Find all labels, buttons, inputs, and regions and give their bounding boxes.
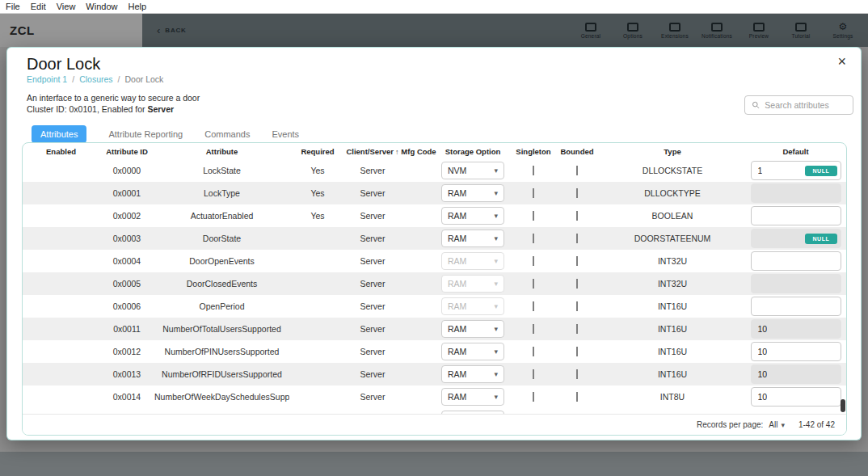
search-attributes-box[interactable]: [744, 95, 853, 115]
menu-edit[interactable]: Edit: [31, 2, 46, 11]
bounded-checkbox[interactable]: [576, 301, 578, 311]
menu-file[interactable]: File: [6, 2, 20, 11]
bounded-checkbox[interactable]: [576, 279, 578, 289]
cluster-description: An interface to a generic way to secure …: [27, 93, 200, 103]
default-input-value: 10: [758, 392, 768, 402]
tab-attribute-reporting[interactable]: Attribute Reporting: [108, 129, 183, 139]
scrollbar-thumb[interactable]: [841, 399, 845, 412]
null-chip[interactable]: NULL: [805, 234, 836, 244]
singleton-checkbox[interactable]: [533, 347, 534, 356]
caret-down-icon: ▾: [781, 421, 785, 429]
storage-select[interactable]: RAM▾: [441, 388, 504, 406]
singleton-checkbox[interactable]: [533, 234, 534, 243]
tab-events[interactable]: Events: [272, 129, 299, 139]
table-scrollbar[interactable]: [840, 159, 845, 414]
bounded-checkbox[interactable]: [576, 324, 578, 334]
breadcrumb-endpoint[interactable]: Endpoint 1: [27, 74, 67, 84]
singleton-checkbox[interactable]: [533, 301, 534, 311]
singleton-checkbox[interactable]: [533, 369, 534, 379]
bounded-checkbox[interactable]: [576, 166, 578, 175]
caret-down-icon: ▾: [494, 370, 498, 378]
attribute-name-cell: NumberOfTotalUsersSupported: [154, 324, 289, 334]
bounded-checkbox[interactable]: [576, 234, 578, 243]
default-input-value: 10: [758, 369, 768, 379]
caret-down-icon: ▾: [494, 189, 498, 197]
search-input[interactable]: [765, 100, 846, 110]
singleton-checkbox[interactable]: [533, 256, 534, 266]
default-input[interactable]: 10NULL: [751, 364, 841, 384]
storage-select[interactable]: NVM▾: [441, 162, 504, 179]
search-icon: [752, 100, 760, 110]
storage-select[interactable]: RAM▾: [441, 275, 504, 293]
client-server-cell: Server: [346, 324, 399, 334]
storage-select[interactable]: RAM▾: [441, 252, 504, 270]
bounded-checkbox[interactable]: [576, 369, 578, 379]
table-row: 0x0012 NumberOfPINUsersSupported Server …: [23, 340, 846, 363]
singleton-checkbox[interactable]: [533, 279, 534, 289]
client-server-cell: Server: [346, 301, 399, 311]
default-input[interactable]: 10NULL: [751, 387, 841, 406]
tab-attributes[interactable]: Attributes: [32, 125, 86, 143]
attribute-id-cell: 0x0014: [99, 392, 154, 402]
storage-select-value: RAM: [448, 211, 466, 221]
tab-commands[interactable]: Commands: [204, 129, 250, 139]
singleton-checkbox[interactable]: [533, 188, 534, 198]
storage-select[interactable]: RAM▾: [441, 230, 504, 247]
storage-select-value: NVM: [448, 166, 466, 175]
storage-select-value: RAM: [448, 347, 466, 356]
records-per-page-select[interactable]: All ▾: [769, 420, 793, 429]
caret-down-icon: ▾: [494, 393, 498, 401]
storage-select[interactable]: RAM▾: [441, 184, 504, 202]
bounded-checkbox[interactable]: [576, 256, 578, 266]
attribute-id-cell: 0x0003: [99, 234, 154, 243]
bounded-checkbox[interactable]: [576, 347, 578, 356]
table-row: 0x0003 DoorState Server RAM▾ DOORSTATEEN…: [23, 227, 846, 250]
storage-select[interactable]: RAM▾: [441, 297, 504, 315]
bounded-checkbox[interactable]: [576, 188, 578, 198]
attributes-table: Enabled Attribute ID Attribute Required …: [22, 142, 847, 436]
default-input[interactable]: NULL: [751, 251, 841, 271]
type-cell: BOOLEAN: [595, 211, 750, 221]
default-input[interactable]: NULL: [751, 206, 841, 225]
door-lock-dialog: Door Lock × Endpoint 1 / Closures / Door…: [6, 47, 862, 440]
menu-help[interactable]: Help: [128, 2, 146, 11]
singleton-checkbox[interactable]: [533, 392, 534, 402]
default-input[interactable]: NULL: [751, 229, 841, 248]
storage-select[interactable]: RAM▾: [441, 343, 504, 360]
default-input[interactable]: 10NULL: [751, 342, 841, 361]
storage-select[interactable]: RAM▾: [441, 207, 504, 225]
col-client-server[interactable]: Client/Server↑: [346, 147, 399, 156]
default-input[interactable]: NULL: [751, 274, 841, 293]
default-input[interactable]: 1NULL: [751, 161, 841, 180]
table-row: 0x0004 DoorOpenEvents Server RAM▾ INT32U…: [23, 250, 846, 272]
table-row: 0x0013 NumberOfRFIDUsersSupported Server…: [23, 363, 846, 385]
null-chip[interactable]: NULL: [805, 166, 836, 176]
required-cell: Yes: [289, 166, 346, 175]
singleton-checkbox[interactable]: [533, 166, 534, 175]
bounded-checkbox[interactable]: [576, 211, 578, 221]
attribute-name-cell: DoorOpenEvents: [154, 256, 289, 266]
attribute-id-cell: 0x0004: [99, 256, 154, 266]
menu-window[interactable]: Window: [86, 2, 117, 11]
breadcrumb-closures[interactable]: Closures: [79, 74, 112, 84]
storage-select[interactable]: RAM▾: [441, 320, 504, 338]
default-input[interactable]: NULL: [751, 183, 841, 203]
table-row: 0x0000 LockState Yes Server NVM▾ DLLOCKS…: [23, 159, 846, 182]
table-row: 0x0001 LockType Yes Server RAM▾ DLLOCKTY…: [23, 182, 846, 204]
bounded-checkbox[interactable]: [576, 392, 578, 402]
close-icon[interactable]: ×: [837, 54, 846, 69]
singleton-checkbox[interactable]: [533, 324, 534, 334]
table-row: 0x0002 ActuatorEnabled Yes Server RAM▾ B…: [23, 204, 846, 227]
sort-asc-icon: ↑: [395, 148, 399, 156]
singleton-checkbox[interactable]: [533, 211, 534, 221]
menu-view[interactable]: View: [57, 2, 76, 11]
default-input[interactable]: NULL: [751, 297, 841, 316]
type-cell: DLLOCKSTATE: [595, 166, 750, 175]
attribute-id-cell: 0x0002: [99, 211, 154, 221]
default-input[interactable]: 10NULL: [751, 319, 841, 339]
col-storage-option: Storage Option: [438, 147, 508, 156]
storage-select[interactable]: RAM▾: [441, 365, 504, 383]
client-server-cell: Server: [346, 279, 399, 289]
storage-select[interactable]: ▾: [441, 411, 504, 414]
attribute-id-cell: 0x0001: [99, 188, 154, 198]
